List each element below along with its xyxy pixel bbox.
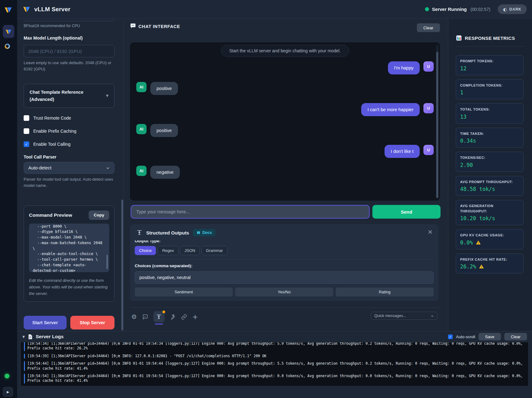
sidebar-scrollbar-thumb[interactable] (121, 200, 123, 330)
send-button[interactable]: Send (372, 205, 441, 219)
user-avatar: U (423, 145, 434, 155)
preset-yesno[interactable]: Yes/No (235, 287, 333, 296)
metric-value: 13 (460, 114, 519, 120)
autoscroll-label: Auto-scroll (456, 334, 475, 339)
metric-value: 1 (460, 89, 519, 96)
user-avatar: U (423, 103, 434, 113)
max-model-length-helper: Leave empty to use safe defaults: 2048 (… (24, 60, 114, 72)
trust-remote-code-checkbox[interactable]: Trust Remote Code (24, 115, 114, 121)
log-entry: [19:54:39] [1;36m(APIServer pid=34464) [… (24, 354, 525, 358)
autoscroll-checkbox[interactable]: ✓ (448, 334, 453, 339)
chevron-down-icon (431, 314, 434, 318)
tool-call-parser-helper: Parser for model tool call output. Auto-… (24, 176, 114, 189)
metric-label: AVG PROMPT THROUGHPUT: (460, 179, 519, 185)
message-square-icon[interactable] (142, 314, 148, 320)
code-scrollbar-thumb[interactable] (106, 255, 108, 269)
output-type-grammar[interactable]: Grammar (202, 246, 227, 255)
metric-label: AVG GENERATION THROUGHPUT: (460, 203, 519, 214)
structured-outputs-toggle[interactable] (153, 311, 165, 322)
play-icon: ▶ (7, 390, 9, 394)
preset-rating[interactable]: Rating (336, 287, 434, 296)
start-server-button[interactable]: Start Server (24, 316, 67, 329)
server-logs-title: Server Logs (36, 334, 64, 339)
metric-value: 48.58 tok/s (460, 186, 519, 192)
metric-value: 0.0% (460, 239, 473, 246)
metric-card-time-taken: TIME TAKEN: 0.34s (456, 128, 524, 148)
max-model-length-input[interactable] (24, 45, 114, 57)
top-header: vLLM Server Server Running (00:02:57) ◐ … (17, 0, 532, 19)
metric-label: TOKENS/SEC: (460, 155, 519, 160)
command-text: --port 8000 \ --dtype bfloat16 \ --max-m… (33, 224, 105, 272)
max-model-length-label: Max Model Length (optional) (24, 36, 114, 40)
logs-save-button[interactable]: Save (478, 333, 501, 340)
tool-call-parser-value: Auto-detect (28, 165, 51, 170)
left-rail: ▶ (0, 0, 17, 398)
log-output-area[interactable]: [19:54:34] [1;36m(APIServer pid=34464) [… (21, 342, 529, 386)
output-type-regex[interactable]: Regex (158, 246, 178, 255)
structured-outputs-icon (156, 314, 162, 320)
divider (135, 259, 434, 259)
server-status-dot (425, 7, 429, 11)
metric-card-prefix-cache-hit: PREFIX CACHE HIT RATE: 26.2% (456, 253, 524, 274)
quick-messages-select[interactable]: Quick messages... (371, 312, 437, 320)
metric-card-avg-generation-throughput: AVG GENERATION THROUGHPUT: 10.20 tok/s (456, 200, 524, 225)
link-icon[interactable] (181, 314, 187, 320)
chevron-down-icon: ▼ (106, 94, 109, 98)
tool-call-parser-select[interactable]: Auto-detect (24, 162, 114, 174)
metric-label: TIME TAKEN: (460, 131, 519, 136)
wrench-icon[interactable] (170, 314, 176, 320)
command-preview-helper: Edit the command directly or use the for… (29, 277, 109, 297)
ai-bubble: negative (150, 166, 180, 179)
chevron-down-icon (106, 166, 110, 170)
logs-clear-button[interactable]: Clear (504, 333, 527, 340)
log-entry: [19:54:44] [1;36m(APIServer pid=34464) [… (24, 361, 525, 371)
metric-label: PREFIX CACHE HIT RATE: (460, 257, 519, 262)
copy-button[interactable]: Copy (89, 211, 109, 220)
checkbox-checked-icon: ✓ (24, 141, 29, 147)
dtype-select-clipped[interactable] (24, 19, 114, 21)
metric-label: PROMPT TOKENS: (460, 59, 519, 64)
message-input[interactable] (131, 205, 370, 219)
chat-scrollbar-thumb[interactable] (436, 52, 438, 198)
vllm-logo-icon (4, 6, 12, 15)
ai-avatar: AI (136, 166, 147, 176)
plus-icon[interactable]: + (192, 313, 198, 321)
collapse-caret-icon[interactable]: ▼ (22, 335, 25, 339)
app-title: vLLM Server (34, 6, 70, 13)
rail-item-vllm-active[interactable] (3, 25, 14, 38)
theme-toggle-button[interactable]: ◐ DARK (498, 4, 527, 14)
rail-item-secondary-icon[interactable] (5, 44, 10, 49)
choices-input[interactable] (135, 271, 434, 284)
user-avatar: U (423, 61, 434, 72)
play-button[interactable]: ▶ (3, 387, 13, 397)
chat-message-area[interactable]: Start the vLLM server and begin chatting… (130, 42, 440, 201)
preset-sentiment[interactable]: Sentiment (135, 287, 233, 296)
divider (456, 46, 524, 47)
server-uptime: (00:02:57) (470, 7, 490, 12)
quick-messages-placeholder: Quick messages... (374, 314, 406, 318)
chat-template-reference-collapsible[interactable]: Chat Template Reference (Advanced) ▼ (24, 84, 114, 108)
chat-clear-button[interactable]: Clear (417, 23, 440, 32)
output-type-json[interactable]: JSON (180, 246, 200, 255)
docs-link[interactable]: Docs (193, 229, 216, 236)
dtype-helper-text: BFloat16 recommended for CPU (24, 24, 114, 28)
command-preview-code[interactable]: --port 8000 \ --dtype bfloat16 \ --max-m… (29, 224, 109, 272)
output-type-choice[interactable]: Choice (135, 246, 156, 255)
chat-toolbar: ⚙ + (131, 311, 198, 323)
enable-tool-calling-checkbox[interactable]: ✓ Enable Tool Calling (24, 141, 114, 147)
close-icon[interactable]: × (427, 228, 433, 235)
half-moon-icon: ◐ (503, 7, 507, 12)
metric-card-gpu-kv-cache: GPU KV CACHE USAGE: 0.0% (456, 229, 524, 249)
chat-column: CHAT INTERFACE Clear Start the vLLM serv… (124, 19, 448, 331)
log-entry: [19:54:54] [1;36m(APIServer pid=34464) [… (24, 374, 525, 383)
book-icon (196, 231, 201, 235)
checkbox-unchecked-icon (24, 115, 29, 121)
active-badge-dot (162, 310, 165, 313)
docs-label: Docs (203, 230, 212, 235)
chat-message-user: I'm happy U (136, 61, 434, 74)
gear-icon[interactable]: ⚙ (131, 313, 137, 320)
structured-outputs-panel: Structured Outputs Docs × Output Type: C… (130, 224, 438, 301)
stop-server-button[interactable]: Stop Server (70, 316, 114, 329)
config-sidebar: BFloat16 recommended for CPU Max Model L… (17, 19, 124, 331)
enable-prefix-caching-checkbox[interactable]: Enable Prefix Caching (24, 128, 114, 134)
